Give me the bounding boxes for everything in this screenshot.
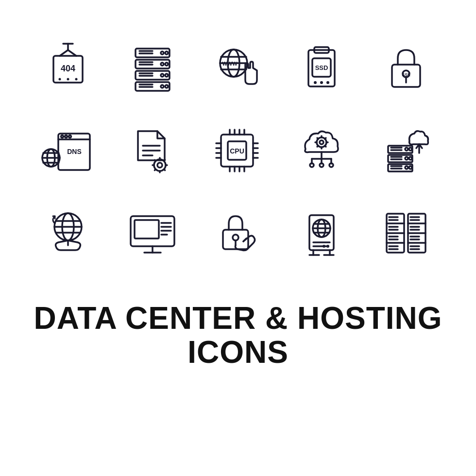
icons-grid: 404 <box>0 0 476 287</box>
cpu-icon: CPU <box>198 112 276 189</box>
svg-line-67 <box>164 170 165 170</box>
svg-point-112 <box>405 157 408 160</box>
svg-point-39 <box>314 81 317 84</box>
svg-point-110 <box>405 148 408 151</box>
svg-point-41 <box>326 81 329 84</box>
svg-line-103 <box>317 138 318 139</box>
svg-point-48 <box>61 136 64 138</box>
svg-point-138 <box>233 235 238 240</box>
title-line2: ICONS <box>34 335 442 369</box>
svg-line-66 <box>154 160 155 161</box>
svg-point-7 <box>67 78 69 81</box>
svg-point-94 <box>310 163 314 167</box>
svg-text:DNS: DNS <box>67 148 82 155</box>
svg-point-16 <box>165 63 168 66</box>
svg-point-20 <box>165 85 168 88</box>
svg-point-113 <box>409 157 412 160</box>
svg-point-150 <box>326 245 329 248</box>
cloud-server-upload-icon <box>367 112 445 189</box>
svg-point-111 <box>409 148 412 151</box>
404-error-icon: 404 <box>29 29 107 107</box>
svg-text:404: 404 <box>61 64 75 73</box>
svg-point-14 <box>165 51 168 54</box>
svg-point-19 <box>161 85 164 88</box>
svg-line-3 <box>68 50 76 56</box>
svg-rect-130 <box>135 220 159 238</box>
svg-point-50 <box>69 136 71 138</box>
svg-point-8 <box>75 78 78 81</box>
svg-point-98 <box>320 140 323 144</box>
globe-hand-icon <box>29 194 107 272</box>
svg-point-61 <box>157 163 162 168</box>
file-settings-icon <box>114 112 191 189</box>
svg-point-15 <box>161 63 164 66</box>
svg-point-40 <box>320 81 323 84</box>
svg-point-18 <box>165 74 168 77</box>
server-grid-icon <box>367 194 445 272</box>
monitor-icon <box>114 194 191 272</box>
svg-line-69 <box>164 160 165 161</box>
svg-line-106 <box>325 138 326 139</box>
ssl-lock-icon: SSL <box>367 29 445 107</box>
server-rack-icon <box>114 29 191 107</box>
svg-point-149 <box>323 245 325 248</box>
dns-icon: DNS <box>29 112 107 189</box>
title-section: DATA CENTER & HOSTING ICONS <box>34 301 442 370</box>
ssd-icon: SSD <box>283 29 360 107</box>
svg-point-13 <box>161 51 164 54</box>
svg-line-68 <box>154 170 155 170</box>
lock-hand-icon <box>198 194 276 272</box>
svg-line-104 <box>325 146 326 147</box>
svg-line-105 <box>317 146 318 147</box>
title-line1: DATA CENTER & HOSTING <box>34 301 442 335</box>
svg-text:CPU: CPU <box>230 147 244 155</box>
svg-text:WWW: WWW <box>222 61 238 67</box>
svg-point-6 <box>59 78 61 81</box>
svg-text:SSD: SSD <box>315 64 328 71</box>
svg-point-17 <box>161 74 164 77</box>
www-hand-icon: WWW <box>198 29 276 107</box>
svg-line-2 <box>60 50 68 56</box>
svg-point-115 <box>409 166 412 169</box>
svg-line-140 <box>243 238 246 241</box>
svg-text:SSL: SSL <box>402 72 410 77</box>
svg-point-49 <box>65 136 68 138</box>
network-server-icon <box>283 194 360 272</box>
svg-point-96 <box>329 163 333 167</box>
svg-point-114 <box>405 166 408 169</box>
svg-point-95 <box>320 163 323 167</box>
cloud-settings-icon <box>283 112 360 189</box>
